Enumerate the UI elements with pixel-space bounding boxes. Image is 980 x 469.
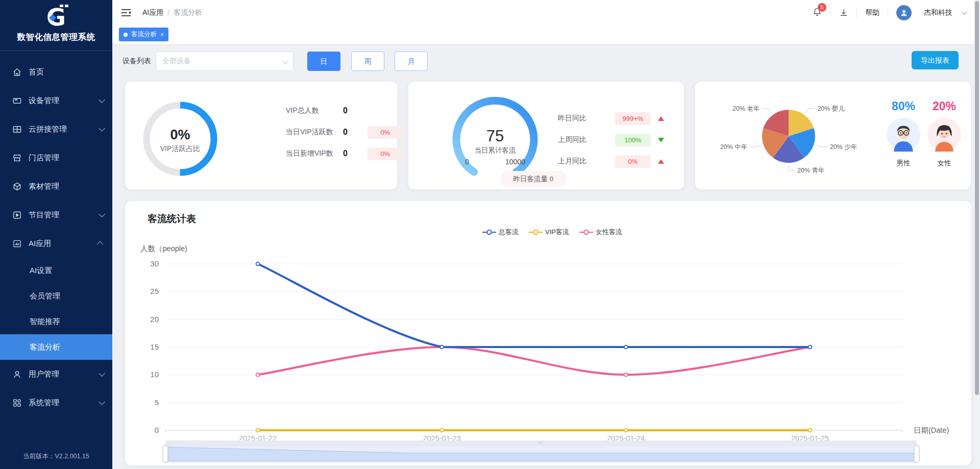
sidebar-item-members[interactable]: 会员管理 bbox=[0, 283, 112, 309]
sidebar-item-stores[interactable]: 门店管理 bbox=[0, 143, 112, 172]
notifications-button[interactable]: 5 bbox=[812, 7, 822, 19]
app-version: 当前版本：V2.2.001.15 bbox=[0, 452, 112, 461]
sidebar-item-ai-settings[interactable]: AI设置 bbox=[0, 258, 112, 283]
help-link[interactable]: 帮助 bbox=[865, 8, 879, 17]
company-name[interactable]: 杰和科技 bbox=[924, 8, 952, 17]
trend-up-icon bbox=[658, 116, 664, 121]
page-scrollbar[interactable] bbox=[974, 0, 980, 469]
y-axis-name: 人数（people) bbox=[140, 244, 187, 253]
download-icon[interactable] bbox=[839, 8, 848, 17]
traffic-chart-card: 客流统计表 总客流 VIP客流 女性客流 0510152025302025-01… bbox=[125, 201, 971, 465]
pie-label: 20% 少年 bbox=[830, 143, 857, 151]
legend-line-marker bbox=[529, 229, 543, 235]
traffic-line-chart[interactable]: 0510152025302025-01-222025-01-232025-01-… bbox=[125, 242, 971, 465]
play-square-icon bbox=[12, 210, 22, 220]
data-point[interactable] bbox=[624, 345, 628, 349]
sidebar-item-programs[interactable]: 节目管理 bbox=[0, 201, 112, 229]
chevron-down-icon bbox=[99, 211, 105, 217]
age-pie-chart: 20% 婴儿20% 少年20% 青年20% 中年20% 老年 bbox=[695, 82, 869, 189]
male-label: 男性 bbox=[883, 159, 924, 168]
data-point[interactable] bbox=[808, 345, 812, 349]
y-tick-label: 30 bbox=[150, 259, 159, 268]
male-avatar-icon bbox=[887, 118, 920, 152]
chevron-down-icon bbox=[99, 399, 105, 405]
sidebar-item-users[interactable]: 用户管理 bbox=[0, 360, 112, 388]
period-day-button[interactable]: 日 bbox=[307, 52, 340, 71]
chevron-down-icon[interactable] bbox=[962, 9, 967, 14]
datazoom-handle-left[interactable] bbox=[163, 446, 168, 462]
sidebar: G 数智化信息管理系统 首页 设备管理 云拼接管理 门店管理 素材管理 bbox=[0, 0, 112, 469]
legend-item-total[interactable]: 总客流 bbox=[482, 228, 519, 237]
sidebar-item-traffic-analysis[interactable]: 客流分析 bbox=[0, 334, 112, 360]
avatar-person-icon bbox=[899, 8, 909, 17]
divider bbox=[856, 8, 857, 17]
change-badge: 100% bbox=[615, 134, 651, 146]
breadcrumb-current: 客流分析 bbox=[174, 8, 202, 17]
flow-stat-rows: 昨日同比 999+% 上周同比 100% 上月同比 0% bbox=[558, 112, 664, 176]
user-icon bbox=[12, 369, 22, 379]
data-point[interactable] bbox=[256, 429, 260, 432]
pie-label-line bbox=[789, 165, 795, 170]
x-axis-name: 日期(Date) bbox=[914, 426, 949, 434]
period-week-button[interactable]: 周 bbox=[351, 52, 384, 71]
data-point[interactable] bbox=[624, 373, 628, 377]
period-month-button[interactable]: 月 bbox=[395, 52, 428, 71]
change-badge: 0% bbox=[368, 126, 403, 139]
main-area: AI应用 / 客流分析 5 帮助 杰和科技 客流分析 × bbox=[112, 0, 980, 469]
data-point[interactable] bbox=[256, 262, 260, 266]
stat-row: 当日VIP活跃数 0 0% bbox=[286, 126, 416, 139]
sidebar-menu: 首页 设备管理 云拼接管理 门店管理 素材管理 节目管理 AI AI应用 bbox=[0, 58, 112, 417]
gauge-min: 0 bbox=[465, 158, 469, 166]
system-grid-icon bbox=[12, 398, 22, 408]
pie-label-line bbox=[762, 109, 772, 113]
chevron-down-icon bbox=[99, 96, 105, 103]
pie-label: 20% 中年 bbox=[720, 143, 748, 151]
breadcrumb-parent[interactable]: AI应用 bbox=[142, 8, 163, 17]
sidebar-item-ai[interactable]: AI AI应用 bbox=[0, 229, 112, 258]
tab-close-icon[interactable]: × bbox=[160, 31, 164, 38]
female-percent: 20% bbox=[924, 100, 965, 113]
series-line bbox=[258, 347, 810, 375]
device-icon bbox=[12, 96, 22, 106]
gauge-max: 10000 bbox=[505, 158, 525, 166]
y-tick-label: 0 bbox=[155, 426, 159, 434]
demographics-card: 20% 婴儿20% 少年20% 青年20% 中年20% 老年 80% 男性 20… bbox=[695, 82, 971, 189]
export-report-button[interactable]: 导出报表 bbox=[912, 51, 959, 69]
sidebar-item-home[interactable]: 首页 bbox=[0, 58, 112, 86]
sidebar-item-videowall[interactable]: 云拼接管理 bbox=[0, 115, 112, 143]
sidebar-item-smart-recommend[interactable]: 智能推荐 bbox=[0, 309, 112, 334]
legend-item-vip[interactable]: VIP客流 bbox=[529, 228, 569, 237]
sidebar-item-system[interactable]: 系统管理 bbox=[0, 388, 112, 417]
device-select-placeholder: 全部设备 bbox=[162, 57, 191, 66]
home-icon bbox=[12, 67, 22, 77]
data-point[interactable] bbox=[256, 373, 260, 377]
vip-stats-card: 0% VIP活跃占比 VIP总人数 0 当日VIP活跃数 0 0% 当日新增VI… bbox=[125, 82, 397, 189]
avatar[interactable] bbox=[896, 5, 912, 20]
y-tick-label: 20 bbox=[150, 315, 159, 324]
y-tick-label: 15 bbox=[150, 342, 159, 351]
pie-label: 20% 青年 bbox=[797, 167, 825, 174]
data-point[interactable] bbox=[624, 429, 628, 432]
data-point[interactable] bbox=[440, 345, 444, 349]
divider bbox=[888, 8, 888, 17]
data-point[interactable] bbox=[808, 429, 812, 432]
tab-traffic-analysis[interactable]: 客流分析 × bbox=[119, 28, 168, 41]
legend-item-female[interactable]: 女性客流 bbox=[579, 228, 622, 237]
chevron-down-icon bbox=[99, 370, 105, 377]
datazoom-track[interactable] bbox=[165, 440, 917, 445]
divider bbox=[830, 8, 831, 17]
sidebar-item-devices[interactable]: 设备管理 bbox=[0, 86, 112, 115]
pie-label: 20% 婴儿 bbox=[817, 105, 845, 112]
datazoom-handle-right[interactable] bbox=[914, 446, 919, 462]
sidebar-item-materials[interactable]: 素材管理 bbox=[0, 172, 112, 201]
scrollbar-thumb[interactable] bbox=[975, 1, 979, 395]
device-select[interactable]: 全部设备 bbox=[156, 52, 293, 71]
chevron-up-icon bbox=[97, 241, 104, 248]
vip-active-percent: 0% bbox=[137, 127, 224, 143]
pie-label-line bbox=[805, 109, 816, 113]
videowall-grid-icon bbox=[12, 125, 22, 134]
stat-row: 上周同比 100% bbox=[558, 133, 664, 146]
collapse-menu-icon[interactable] bbox=[121, 8, 131, 17]
legend-line-marker bbox=[579, 229, 593, 235]
data-point[interactable] bbox=[440, 429, 444, 432]
